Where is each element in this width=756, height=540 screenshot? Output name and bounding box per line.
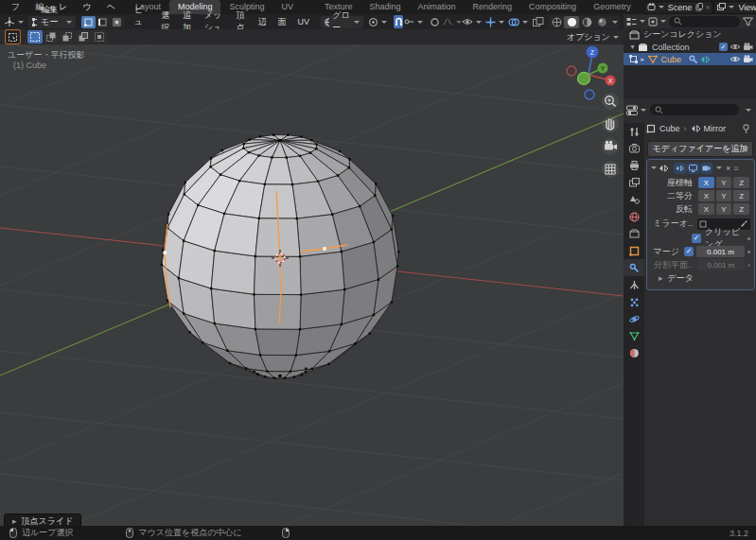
- xray-toggle[interactable]: [533, 17, 544, 27]
- bisect-y-button[interactable]: Y: [716, 190, 732, 201]
- snap-settings-dropdown[interactable]: [404, 17, 423, 26]
- workspace-tab-compositing[interactable]: Compositing: [520, 0, 585, 14]
- workspace-tab-rendering[interactable]: Rendering: [465, 0, 521, 14]
- add-modifier-button[interactable]: モディファイアーを追加: [647, 141, 753, 157]
- menu-help[interactable]: ヘルプ: [99, 0, 123, 14]
- display-render-toggle[interactable]: [700, 163, 712, 174]
- outliner-display-mode-dropdown[interactable]: [626, 17, 645, 26]
- workspace-tab-shading[interactable]: Shading: [361, 0, 410, 14]
- merge-threshold-field[interactable]: 0.001 m: [696, 246, 745, 257]
- hide-eye-icon[interactable]: [730, 43, 741, 51]
- display-in-editmode-toggle[interactable]: [674, 163, 686, 174]
- proportional-falloff-dropdown[interactable]: [442, 17, 462, 26]
- workspace-tab-uv-editing[interactable]: UV Editing: [273, 0, 316, 14]
- outliner-row-cube[interactable]: ► Cube: [624, 53, 756, 65]
- properties-tab-modifiers[interactable]: [624, 259, 644, 276]
- properties-tab-physics[interactable]: [624, 310, 644, 327]
- decorator-dot[interactable]: [747, 251, 750, 253]
- shading-solid-button[interactable]: [564, 16, 579, 28]
- select-subtract-button[interactable]: [60, 30, 75, 44]
- gizmo-axis-x-negative[interactable]: [567, 66, 576, 76]
- vertex-select-button[interactable]: [81, 16, 96, 28]
- new-scene-icon[interactable]: [695, 3, 703, 11]
- proportional-editing-toggle[interactable]: [430, 17, 440, 27]
- bisect-x-button[interactable]: X: [698, 190, 714, 201]
- outliner-row-collection[interactable]: ▼ Collection ✓: [624, 41, 756, 53]
- data-subpanel-row[interactable]: ▸ データ: [647, 271, 754, 285]
- display-realtime-toggle[interactable]: [687, 163, 699, 174]
- camera-view-control[interactable]: [602, 138, 619, 155]
- pivot-point-dropdown[interactable]: [368, 17, 387, 27]
- menu-file[interactable]: ファイル: [4, 0, 27, 14]
- viewport-canvas[interactable]: [0, 44, 624, 526]
- properties-tab-scene[interactable]: [624, 191, 644, 208]
- properties-editor-type-dropdown[interactable]: [626, 105, 646, 115]
- transform-orientation-dropdown[interactable]: グロー...: [321, 16, 364, 28]
- pan-control[interactable]: [602, 115, 619, 132]
- axis-z-button[interactable]: Z: [733, 177, 749, 188]
- edge-select-button[interactable]: [96, 16, 110, 28]
- chevron-down-icon[interactable]: [746, 109, 751, 112]
- zoom-control[interactable]: [602, 93, 619, 110]
- shading-rendered-button[interactable]: [594, 16, 609, 28]
- mode-selector[interactable]: 編集モード: [28, 16, 76, 28]
- flip-z-button[interactable]: Z: [733, 203, 749, 215]
- modifier-extras-icon[interactable]: [716, 166, 722, 169]
- panel-expand-icon[interactable]: [651, 166, 657, 169]
- outliner-row-scene-collection[interactable]: シーンコレクション: [624, 28, 756, 41]
- properties-tab-render[interactable]: [624, 140, 644, 157]
- shading-material-button[interactable]: [579, 16, 594, 28]
- tool-options-dropdown[interactable]: オプション: [567, 31, 619, 44]
- view-layer-name[interactable]: ViewLayer: [734, 3, 756, 12]
- menu-edge[interactable]: 辺: [252, 16, 272, 28]
- select-invert-button[interactable]: [76, 30, 91, 44]
- gizmo-axis-z-negative[interactable]: [585, 90, 594, 99]
- outliner-search-input[interactable]: [669, 16, 740, 27]
- pin-icon[interactable]: [742, 124, 750, 134]
- select-set-button[interactable]: [27, 30, 43, 44]
- properties-tab-object-data[interactable]: [624, 327, 644, 344]
- close-modifier-icon[interactable]: ×: [726, 164, 730, 173]
- axis-x-button[interactable]: X: [698, 177, 714, 188]
- properties-tab-collection[interactable]: [624, 225, 644, 242]
- axis-y-button[interactable]: Y: [716, 177, 732, 188]
- select-extend-button[interactable]: [44, 30, 59, 44]
- show-overlays-dropdown[interactable]: [508, 17, 528, 27]
- menu-uv[interactable]: UV: [291, 17, 315, 26]
- editor-type-selector[interactable]: [4, 16, 24, 27]
- orthographic-toggle[interactable]: [602, 161, 619, 178]
- scene-selector[interactable]: Scene ×: [643, 1, 714, 14]
- properties-tab-object[interactable]: [624, 242, 644, 259]
- breadcrumb-object[interactable]: Cube: [659, 124, 680, 133]
- flip-x-button[interactable]: X: [698, 203, 714, 215]
- workspace-tab-geometry-nodes[interactable]: Geometry: [585, 0, 640, 14]
- disable-render-camera-icon[interactable]: [743, 55, 753, 63]
- properties-tab-view-layer[interactable]: [624, 174, 644, 191]
- outliner-filter-type-dropdown[interactable]: [648, 17, 666, 26]
- shading-wireframe-button[interactable]: [549, 16, 564, 28]
- disable-render-camera-icon[interactable]: [743, 43, 753, 51]
- snap-toggle[interactable]: [394, 15, 403, 28]
- properties-tab-particles[interactable]: [624, 293, 644, 310]
- flip-y-button[interactable]: Y: [716, 203, 732, 215]
- properties-tab-material[interactable]: [624, 344, 644, 361]
- show-gizmo-dropdown[interactable]: [485, 17, 504, 27]
- face-select-button[interactable]: [110, 16, 124, 28]
- viewport-3d[interactable]: 編集モード ビュー 選択 追加 メッシュ 頂点 辺 面 UV グロー...: [0, 14, 624, 526]
- expand-icon[interactable]: ▼: [629, 44, 636, 50]
- collection-checkbox[interactable]: ✓: [719, 43, 728, 51]
- active-tool-box-select[interactable]: [5, 29, 21, 44]
- scene-name[interactable]: Scene: [664, 3, 696, 12]
- menu-window[interactable]: ウィンドウ: [75, 0, 98, 14]
- properties-search-input[interactable]: [650, 104, 739, 115]
- bisect-z-button[interactable]: Z: [733, 190, 749, 201]
- filter-funnel-icon[interactable]: [743, 17, 753, 26]
- properties-tab-world[interactable]: [624, 208, 644, 225]
- properties-tab-constraints[interactable]: [624, 276, 644, 293]
- drag-handle-icon[interactable]: ≡: [733, 164, 738, 173]
- select-intersect-button[interactable]: [92, 30, 107, 44]
- workspace-tab-animation[interactable]: Animation: [410, 0, 465, 14]
- object-visibility-dropdown[interactable]: [462, 17, 482, 26]
- properties-tab-output[interactable]: [624, 157, 644, 174]
- clipping-checkbox[interactable]: ✓: [692, 234, 701, 243]
